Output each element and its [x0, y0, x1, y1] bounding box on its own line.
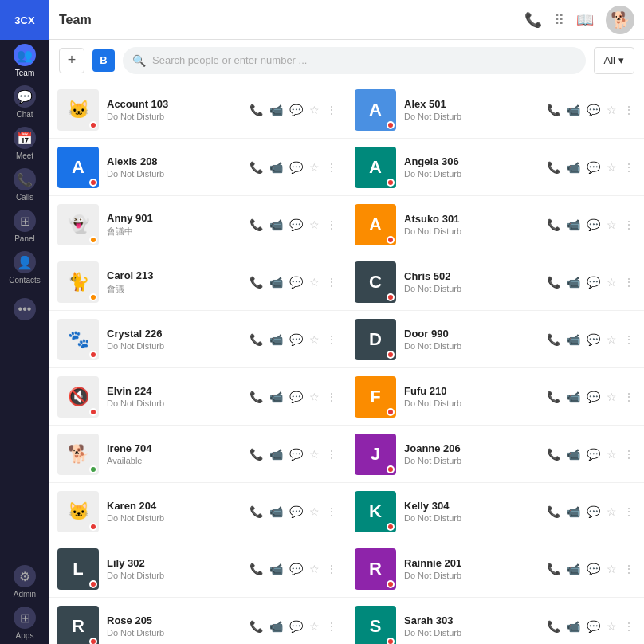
video-icon[interactable]: 📹 — [268, 159, 285, 175]
chat-icon[interactable]: 💬 — [585, 102, 602, 118]
star-icon[interactable]: ☆ — [308, 561, 321, 577]
more-icon[interactable]: ⋮ — [324, 102, 339, 118]
star-icon[interactable]: ☆ — [605, 159, 618, 175]
call-icon[interactable]: 📞 — [545, 389, 562, 405]
call-icon[interactable]: 📞 — [248, 504, 265, 520]
add-button[interactable]: + — [59, 48, 84, 73]
more-icon[interactable]: ⋮ — [622, 389, 636, 405]
chat-icon[interactable]: 💬 — [288, 217, 304, 233]
chat-icon[interactable]: 💬 — [585, 274, 602, 290]
video-icon[interactable]: 📹 — [565, 332, 582, 348]
chat-icon[interactable]: 💬 — [585, 446, 602, 462]
sidebar-item-team[interactable]: 👥 Team — [0, 40, 49, 81]
video-icon[interactable]: 📹 — [268, 618, 285, 634]
star-icon[interactable]: ☆ — [308, 274, 321, 290]
chat-icon[interactable]: 💬 — [288, 332, 304, 348]
chat-icon[interactable]: 💬 — [288, 274, 304, 290]
call-icon[interactable]: 📞 — [545, 618, 562, 634]
video-icon[interactable]: 📹 — [565, 274, 582, 290]
video-icon[interactable]: 📹 — [268, 504, 285, 520]
sidebar-item-panel[interactable]: ⊞ Panel — [0, 206, 49, 247]
call-icon[interactable]: 📞 — [248, 102, 265, 118]
call-icon[interactable]: 📞 — [248, 159, 265, 175]
star-icon[interactable]: ☆ — [605, 618, 618, 634]
video-icon[interactable]: 📹 — [565, 504, 582, 520]
video-icon[interactable]: 📹 — [268, 389, 285, 405]
more-icon[interactable]: ⋮ — [324, 389, 339, 405]
video-icon[interactable]: 📹 — [565, 389, 582, 405]
call-icon[interactable]: 📞 — [545, 332, 562, 348]
star-icon[interactable]: ☆ — [308, 332, 321, 348]
call-icon[interactable]: 📞 — [248, 618, 265, 634]
video-icon[interactable]: 📹 — [565, 618, 582, 634]
star-icon[interactable]: ☆ — [605, 217, 618, 233]
more-icon[interactable]: ⋮ — [622, 561, 636, 577]
star-icon[interactable]: ☆ — [308, 389, 321, 405]
video-icon[interactable]: 📹 — [268, 102, 285, 118]
book-icon[interactable]: 📖 — [576, 11, 594, 29]
call-icon[interactable]: 📞 — [248, 274, 265, 290]
phone-icon[interactable]: 📞 — [524, 11, 542, 29]
more-icon[interactable]: ⋮ — [324, 446, 339, 462]
call-icon[interactable]: 📞 — [248, 217, 265, 233]
sidebar-item-contacts[interactable]: 👤 Contacts — [0, 247, 49, 289]
chat-icon[interactable]: 💬 — [585, 504, 602, 520]
call-icon[interactable]: 📞 — [248, 446, 265, 462]
more-icon[interactable]: ⋮ — [324, 217, 339, 233]
chat-icon[interactable]: 💬 — [585, 561, 602, 577]
chat-icon[interactable]: 💬 — [288, 561, 304, 577]
more-icon[interactable]: ⋮ — [622, 332, 636, 348]
more-icon[interactable]: ⋮ — [324, 159, 339, 175]
more-icon[interactable]: ⋮ — [622, 217, 636, 233]
more-icon[interactable]: ⋮ — [622, 618, 636, 634]
chat-icon[interactable]: 💬 — [288, 389, 304, 405]
video-icon[interactable]: 📹 — [268, 446, 285, 462]
user-avatar[interactable]: 🐕 — [606, 6, 634, 34]
chat-icon[interactable]: 💬 — [288, 618, 304, 634]
more-icon[interactable]: ⋮ — [622, 446, 636, 462]
video-icon[interactable]: 📹 — [565, 561, 582, 577]
star-icon[interactable]: ☆ — [308, 159, 321, 175]
video-icon[interactable]: 📹 — [565, 446, 582, 462]
star-icon[interactable]: ☆ — [605, 102, 618, 118]
sidebar-item-calls[interactable]: 📞 Calls — [0, 164, 49, 206]
more-icon[interactable]: ⋮ — [324, 561, 339, 577]
qr-icon[interactable]: ⠿ — [554, 11, 564, 29]
star-icon[interactable]: ☆ — [605, 274, 618, 290]
call-icon[interactable]: 📞 — [545, 446, 562, 462]
more-icon[interactable]: ⋮ — [324, 332, 339, 348]
more-icon[interactable]: ⋮ — [622, 274, 636, 290]
call-icon[interactable]: 📞 — [248, 389, 265, 405]
sidebar-item-more[interactable]: ••• — [0, 289, 49, 330]
sidebar-item-meet[interactable]: 📅 Meet — [0, 123, 49, 164]
more-icon[interactable]: ⋮ — [324, 274, 339, 290]
filter-button[interactable]: All ▾ — [594, 47, 634, 74]
more-icon[interactable]: ⋮ — [622, 102, 636, 118]
call-icon[interactable]: 📞 — [545, 102, 562, 118]
star-icon[interactable]: ☆ — [605, 561, 618, 577]
star-icon[interactable]: ☆ — [308, 102, 321, 118]
call-icon[interactable]: 📞 — [248, 561, 265, 577]
video-icon[interactable]: 📹 — [268, 332, 285, 348]
video-icon[interactable]: 📹 — [268, 561, 285, 577]
chat-icon[interactable]: 💬 — [585, 332, 602, 348]
chat-icon[interactable]: 💬 — [585, 217, 602, 233]
chat-icon[interactable]: 💬 — [288, 504, 304, 520]
search-bar[interactable]: 🔍 Search people or enter number ... — [123, 47, 586, 74]
star-icon[interactable]: ☆ — [308, 217, 321, 233]
more-icon[interactable]: ⋮ — [622, 504, 636, 520]
call-icon[interactable]: 📞 — [545, 159, 562, 175]
star-icon[interactable]: ☆ — [308, 504, 321, 520]
call-icon[interactable]: 📞 — [545, 504, 562, 520]
call-icon[interactable]: 📞 — [545, 274, 562, 290]
call-icon[interactable]: 📞 — [545, 217, 562, 233]
chat-icon[interactable]: 💬 — [585, 159, 602, 175]
star-icon[interactable]: ☆ — [605, 446, 618, 462]
chat-icon[interactable]: 💬 — [288, 159, 304, 175]
video-icon[interactable]: 📹 — [565, 102, 582, 118]
star-icon[interactable]: ☆ — [605, 389, 618, 405]
star-icon[interactable]: ☆ — [308, 446, 321, 462]
star-icon[interactable]: ☆ — [605, 332, 618, 348]
more-icon[interactable]: ⋮ — [622, 159, 636, 175]
video-icon[interactable]: 📹 — [268, 217, 285, 233]
